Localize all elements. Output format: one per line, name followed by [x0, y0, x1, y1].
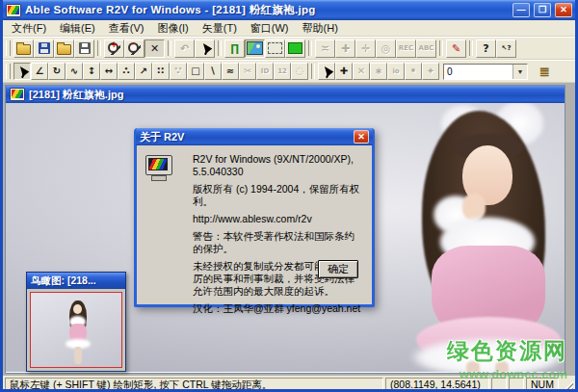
resize-grip[interactable] — [561, 380, 573, 392]
thumb-face — [73, 304, 82, 314]
vtool-id-label[interactable]: ID — [256, 63, 274, 80]
vtool-edit-vertex[interactable]: ∴ — [118, 63, 135, 80]
r2v-app-icon — [145, 155, 174, 181]
toolbar-separator — [469, 40, 473, 56]
minimize-button[interactable]: — — [512, 3, 530, 17]
toolbar-vector-buttons: ∠↻∿↕↔∴↗∷∵□∖≈✂ID12◌✚✕∗io•✦ — [13, 63, 439, 80]
menu-window[interactable]: 窗口(W) — [244, 20, 296, 36]
vtool-select-vector[interactable] — [13, 63, 31, 80]
vtool-delete-node[interactable]: ✕ — [353, 63, 370, 80]
toolbar-rec-label[interactable]: REC — [396, 39, 416, 58]
vtool-flash-node[interactable]: ✦ — [422, 63, 439, 80]
toolbar-save[interactable] — [34, 39, 54, 58]
zoom-out-icon — [128, 42, 141, 55]
line-width-value: 0 — [444, 65, 512, 79]
app-title: Able Software R2V for Windows - [2181] 粉… — [25, 3, 509, 17]
menu-vector[interactable]: 矢量(T) — [196, 20, 244, 36]
vtool-snap-nodes[interactable]: ∷ — [152, 63, 170, 80]
vtool-draw-line[interactable]: ∠ — [31, 63, 48, 80]
birdseye-title: 鸟瞰图: [218... — [31, 274, 96, 288]
about-copyright: 版权所有 (c) 1994-2004，保留所有权利。 — [193, 183, 362, 208]
folder-icon — [57, 44, 71, 55]
vtool-move-line[interactable]: ↗ — [135, 63, 152, 80]
toolbar-separator — [308, 40, 312, 56]
toolbar-image-display[interactable] — [245, 39, 265, 58]
menu-image[interactable]: 图像(I) — [150, 20, 195, 36]
toolbar-grip-2[interactable] — [6, 64, 11, 79]
about-close-icon[interactable]: ✕ — [354, 130, 369, 144]
toolbar-line-endpoints[interactable]: ≍ — [315, 39, 335, 58]
cursor-icon — [17, 65, 27, 78]
about-text-block: R2V for Windows (9X/NT/2000/XP), 5.5.040… — [193, 145, 362, 315]
vtool-rect-tool[interactable]: □ — [187, 63, 204, 80]
vtool-split-line[interactable]: ✂ — [239, 63, 256, 80]
vtool-add-node[interactable]: ✚ — [335, 63, 353, 80]
app-logo-icon — [6, 4, 21, 17]
toolbar-pan[interactable]: ✕ — [144, 39, 165, 58]
vtool-smooth-line[interactable]: ≈ — [222, 63, 239, 80]
vtool-polyline[interactable]: ∿ — [66, 63, 83, 80]
about-dialog-titlebar[interactable]: 关于 R2V ✕ — [136, 128, 373, 145]
toolbar-grip[interactable] — [6, 40, 11, 56]
menu-help[interactable]: 帮助(H) — [296, 20, 345, 36]
combo-dropdown-arrow-icon[interactable]: ▼ — [512, 65, 527, 79]
document-titlebar[interactable]: [2181] 粉红旗袍.jpg — [6, 86, 565, 103]
vtool-io-label[interactable]: io — [387, 63, 405, 80]
birdseye-titlebar[interactable]: 鸟瞰图: [218... — [27, 273, 125, 289]
toolbar-undo[interactable]: ↶ — [174, 39, 195, 58]
cursor-icon — [200, 42, 210, 55]
greenrect-icon — [288, 42, 302, 54]
vtool-pick-vector[interactable] — [318, 63, 335, 80]
vtool-contour[interactable]: ◌ — [291, 63, 308, 80]
toolbar-open[interactable] — [13, 39, 34, 58]
toolbar-abc-label[interactable]: ABC — [416, 39, 436, 58]
toolbar-draw-region[interactable] — [285, 39, 305, 58]
maximize-button[interactable]: ❒ — [534, 3, 551, 17]
toolbar-save-as[interactable] — [74, 39, 94, 58]
photo-leg-right — [495, 361, 509, 372]
about-dialog-title: 关于 R2V — [140, 130, 354, 144]
birdseye-window: 鸟瞰图: [218... — [26, 272, 126, 372]
toolbar-vertex-settings[interactable]: ◎ — [376, 39, 396, 58]
toolbar-open-project[interactable] — [54, 39, 74, 58]
toolbar-main: ✕↶∏≍✚✛◎RECABC✎?↖? — [3, 37, 575, 60]
toolbar-move-vertex[interactable]: ✛ — [355, 39, 376, 58]
about-dialog: 关于 R2V ✕ R2V for Windows (9X/NT/2000/XP)… — [134, 128, 375, 307]
about-build: 5.5.040330 — [193, 166, 362, 178]
toolbar-main-buttons: ✕↶∏≍✚✛◎RECABC✎?↖? — [13, 39, 516, 58]
floppy-icon — [79, 42, 91, 54]
vtool-node-tool[interactable]: ∵ — [170, 63, 187, 80]
menu-view[interactable]: 查看(V) — [102, 20, 151, 36]
toolbar-node-link[interactable]: ∏ — [224, 39, 245, 58]
toolbar-about-help[interactable]: ? — [476, 39, 496, 58]
birdseye-thumbnail[interactable] — [30, 292, 122, 368]
vtool-merge-node[interactable]: ∗ — [370, 63, 387, 80]
photo-leg-left — [466, 361, 480, 372]
toolbar-separator — [168, 40, 171, 56]
vtool-stretch-h[interactable]: ↔ — [100, 63, 118, 80]
toolbar-context-help[interactable]: ↖? — [496, 39, 516, 58]
vtool-rotate[interactable]: ↻ — [48, 63, 66, 80]
toolbar-separator — [439, 40, 443, 56]
toolbar-select-region[interactable] — [265, 39, 285, 58]
vtool-stretch-v[interactable]: ↕ — [83, 63, 100, 80]
layers-icon[interactable]: ≣ — [534, 65, 556, 79]
close-button[interactable]: ✕ — [555, 3, 572, 17]
app-window: Able Software R2V for Windows - [2181] 粉… — [0, 0, 578, 392]
line-width-combo[interactable]: 0 ▼ — [443, 64, 528, 80]
menu-file[interactable]: 文件(F) — [5, 20, 53, 36]
vtool-num-label[interactable]: 12 — [274, 63, 291, 80]
ok-button[interactable]: 确定 — [318, 260, 358, 278]
toolbar-select[interactable] — [195, 39, 215, 58]
status-numlock: NUM — [526, 378, 559, 392]
menu-edit[interactable]: 编辑(E) — [53, 20, 102, 36]
vtool-join-lines[interactable]: ∖ — [204, 63, 222, 80]
toolbar-pick-color[interactable]: ✎ — [446, 39, 466, 58]
vtool-smooth-node[interactable]: • — [405, 63, 422, 80]
toolbar-zoom-out[interactable] — [124, 39, 144, 58]
toolbar-add-vertex[interactable]: ✚ — [335, 39, 355, 58]
cursor-icon — [322, 65, 331, 78]
toolbar-zoom-in[interactable] — [104, 39, 124, 58]
status-bar: 鼠标左键 (+ SHIFT 键) 绘制矩形, 按下 CTRL 键拖动距离。 (8… — [3, 376, 575, 392]
status-pane-2 — [509, 378, 524, 392]
